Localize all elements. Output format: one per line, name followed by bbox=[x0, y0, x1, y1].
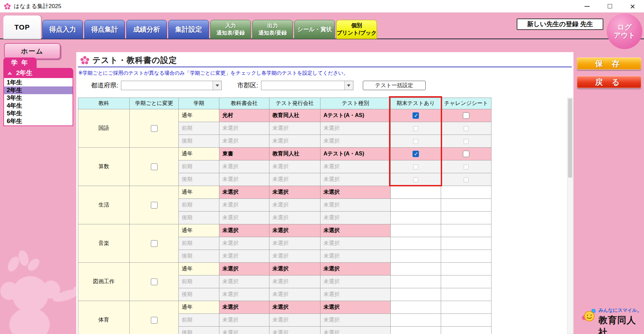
final-test-cell bbox=[391, 109, 441, 122]
term-cell: 前期 bbox=[179, 314, 219, 327]
textbook-company-cell: 未選択 bbox=[219, 173, 269, 186]
logout-button[interactable]: ログ アウト bbox=[607, 13, 642, 49]
city-select[interactable] bbox=[261, 81, 353, 90]
challenge-sheet-cell bbox=[441, 173, 491, 186]
textbook-company-cell: 未選択 bbox=[219, 327, 269, 334]
textbook-company-cell: 未選択 bbox=[219, 122, 269, 135]
term-cell: 通年 bbox=[179, 109, 219, 122]
textbook-company-cell: 未選択 bbox=[219, 288, 269, 301]
challenge-sheet-cell bbox=[441, 327, 491, 334]
test-settings-table: 教科学期ごとに変更学期教科書会社テスト発行会社テスト種別期末テストありチャレンジ… bbox=[78, 98, 491, 334]
grade-item-1[interactable]: 1年生 bbox=[4, 79, 73, 86]
tab-label: 集計設定 bbox=[175, 25, 202, 34]
tab-grade-analysis[interactable]: 成績分析 bbox=[126, 20, 167, 39]
test-publisher-cell: 未選択 bbox=[269, 275, 320, 288]
back-button[interactable]: 戻 る bbox=[577, 76, 641, 88]
grade-item-5[interactable]: 5年生 bbox=[4, 110, 73, 117]
final-test-cell bbox=[391, 275, 441, 288]
bulk-test-setting-button[interactable]: テスト一括設定 bbox=[363, 81, 426, 90]
test-type-cell: 未選択 bbox=[320, 135, 391, 148]
final-test-cell bbox=[391, 237, 441, 250]
register-teacher-button[interactable]: 新しい先生の登録 先生 bbox=[517, 18, 603, 30]
table-row: 国語通年光村教育同人社Aテスト(A・AS) bbox=[78, 109, 491, 122]
test-publisher-cell: 未選択 bbox=[269, 327, 320, 334]
challenge-sheet-cell bbox=[441, 199, 491, 212]
term-cell: 前期 bbox=[179, 199, 219, 212]
column-header: 教科書会社 bbox=[219, 98, 269, 109]
challenge-sheet-checkbox[interactable] bbox=[463, 151, 469, 157]
test-publisher-cell: 未選択 bbox=[269, 160, 320, 173]
challenge-sheet-checkbox bbox=[464, 164, 469, 170]
window-controls: × bbox=[575, 0, 644, 12]
textbook-company-cell: 光村 bbox=[219, 109, 269, 122]
minimize-button[interactable] bbox=[575, 0, 598, 12]
tab-score-tally[interactable]: 得点集計 bbox=[84, 20, 125, 39]
textbook-company-cell: 未選択 bbox=[219, 237, 269, 250]
tab-score-input[interactable]: 得点入力 bbox=[42, 20, 83, 39]
test-type-cell: 未選択 bbox=[320, 199, 391, 212]
vertical-scrollbar[interactable] bbox=[567, 98, 573, 334]
scrollbar-thumb[interactable] bbox=[568, 99, 572, 178]
column-header: 学期 bbox=[179, 98, 219, 109]
per-term-change-cell bbox=[130, 301, 179, 334]
grade-item-2[interactable]: 2年生 bbox=[4, 86, 73, 94]
maximize-icon bbox=[608, 4, 612, 8]
tab-label: TOP bbox=[14, 23, 30, 31]
tab-label: 得点入力 bbox=[49, 25, 76, 34]
tab-individual-print[interactable]: 個別プリント/ブック bbox=[336, 20, 377, 39]
per-term-change-cell bbox=[130, 186, 179, 224]
test-publisher-cell: 未選択 bbox=[269, 135, 320, 148]
final-test-cell bbox=[391, 288, 441, 301]
logout-label-line1: ログ bbox=[617, 23, 632, 31]
challenge-sheet-cell bbox=[441, 288, 491, 301]
term-cell: 前期 bbox=[179, 160, 219, 173]
tab-seal-award[interactable]: シール・賞状 bbox=[294, 20, 335, 39]
save-button[interactable]: 保 存 bbox=[577, 58, 641, 70]
close-button[interactable]: × bbox=[621, 0, 644, 12]
grade-selector[interactable]: 2年生 bbox=[3, 68, 73, 78]
maximize-button[interactable] bbox=[598, 0, 621, 12]
grade-list: 1年生2年生3年生4年生5年生6年生 bbox=[3, 78, 73, 126]
brand-text: みんなにスマイル。 教育同人社 bbox=[599, 307, 644, 334]
prefecture-select[interactable] bbox=[121, 81, 222, 90]
test-type-cell: 未選択 bbox=[320, 122, 391, 135]
textbook-company-cell: 未選択 bbox=[219, 212, 269, 224]
tab-tally-settings[interactable]: 集計設定 bbox=[168, 20, 209, 39]
per-term-change-checkbox[interactable] bbox=[151, 202, 158, 209]
final-test-checkbox[interactable] bbox=[413, 112, 419, 119]
per-term-change-checkbox[interactable] bbox=[151, 163, 158, 170]
tab-top[interactable]: TOP bbox=[3, 15, 41, 39]
tab-label: 個別 bbox=[351, 22, 362, 29]
app-flower-icon bbox=[4, 3, 11, 10]
grade-item-6[interactable]: 6年生 bbox=[4, 117, 73, 125]
tab-input-report[interactable]: 入力通知表/要録 bbox=[210, 20, 251, 39]
brand-tagline: みんなにスマイル。 bbox=[599, 307, 644, 313]
per-term-change-checkbox[interactable] bbox=[151, 240, 158, 247]
textbook-company-cell: 未選択 bbox=[219, 135, 269, 148]
final-test-checkbox[interactable] bbox=[413, 151, 419, 157]
term-cell: 後期 bbox=[179, 250, 219, 263]
challenge-sheet-checkbox[interactable] bbox=[463, 112, 469, 119]
per-term-change-checkbox[interactable] bbox=[151, 125, 158, 132]
test-publisher-cell: 未選択 bbox=[269, 237, 320, 250]
term-cell: 通年 bbox=[179, 186, 219, 199]
per-term-change-checkbox[interactable] bbox=[151, 279, 158, 285]
main-panel: テスト・教科書の設定 ※学期ごとにご採用のテストが異なる場合のみ「学期ごとに変更… bbox=[76, 52, 573, 334]
final-test-cell bbox=[391, 301, 441, 314]
textbook-company-cell: 未選択 bbox=[219, 224, 269, 237]
per-term-change-checkbox[interactable] bbox=[151, 317, 158, 324]
term-cell: 後期 bbox=[179, 173, 219, 186]
close-icon: × bbox=[630, 3, 635, 10]
home-button[interactable]: ホーム bbox=[4, 43, 60, 59]
textbook-company-cell: 未選択 bbox=[219, 263, 269, 275]
term-cell: 通年 bbox=[179, 224, 219, 237]
challenge-sheet-cell bbox=[441, 160, 491, 173]
column-header: テスト発行会社 bbox=[269, 98, 320, 109]
challenge-sheet-cell bbox=[441, 275, 491, 288]
per-term-change-cell bbox=[130, 263, 179, 301]
final-test-cell bbox=[391, 199, 441, 212]
grade-item-3[interactable]: 3年生 bbox=[4, 94, 73, 102]
final-test-cell bbox=[391, 186, 441, 199]
tab-output-report[interactable]: 出力通知表/要録 bbox=[252, 20, 293, 39]
grade-item-4[interactable]: 4年生 bbox=[4, 102, 73, 110]
